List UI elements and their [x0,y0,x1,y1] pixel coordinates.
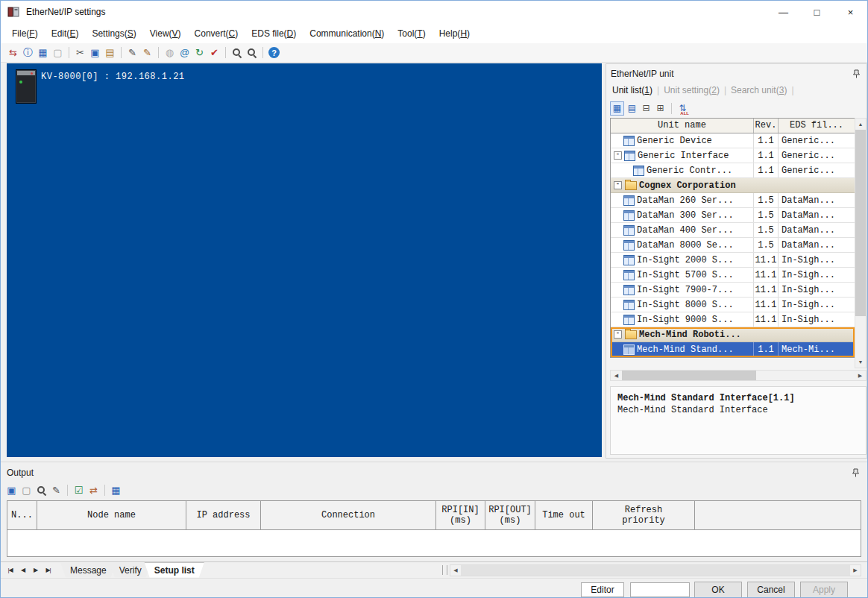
unit-row[interactable]: Generic Device1.1Generic... [611,133,855,148]
scroll-up-icon[interactable]: ▲ [855,119,866,130]
maximize-button[interactable]: □ [800,1,834,23]
help-icon[interactable]: ? [268,47,280,58]
unit-row[interactable]: DataMan 300 Ser...1.5DataMan... [611,208,855,223]
menu-tool[interactable]: Tool(T) [391,25,432,42]
setup-list-body[interactable] [7,530,861,557]
scroll-left-icon[interactable]: ◀ [611,371,622,380]
copy-icon[interactable]: ▣ [88,45,102,60]
next-tab-button[interactable]: ▶ [31,565,40,576]
kv-8000-device[interactable] [16,69,37,104]
tab-unit-setting[interactable]: Unit setting(2) [660,84,723,97]
paste-icon[interactable]: ▤ [103,45,117,60]
unit-row[interactable]: DataMan 400 Ser...1.5DataMan... [611,223,855,238]
scroll-right-icon[interactable]: ▶ [855,371,866,380]
horizontal-scroll-thumb[interactable] [622,371,756,380]
unit-info-icon[interactable]: ⓘ [21,45,35,60]
splitter-handle[interactable] [442,565,447,575]
unit-editor-canvas[interactable]: KV-8000[0] : 192.168.1.21 [7,63,602,457]
verify-icon[interactable]: ✔ [207,45,221,60]
grid-output-icon[interactable]: ▦ [109,483,123,497]
cut-icon[interactable]: ✂ [73,45,87,60]
menu-eds-file[interactable]: EDS file(D) [245,25,303,42]
unit-eds-file: DataMan... [779,238,855,252]
small-icon-view-icon[interactable]: ▤ [626,102,638,115]
prev-tab-button[interactable]: ◀ [18,565,28,576]
unit-setup-icon[interactable]: ▦ [36,45,50,60]
sort-all-icon[interactable]: ⇅ALL [676,102,689,115]
bottom-horizontal-scrollbar[interactable]: ◀ ▶ [450,564,861,576]
apply-button[interactable]: Apply [800,582,848,598]
scroll-left-icon[interactable]: ◀ [450,565,461,576]
unit-group-row[interactable]: -Mech-Mind Roboti... [611,327,855,342]
unit-row[interactable]: In-Sight 5700 S...11.1In-Sigh... [611,268,855,283]
edit-output-icon[interactable]: ✎ [49,483,63,497]
bottom-scroll-thumb[interactable] [461,565,850,576]
output-pin-button[interactable] [850,468,861,479]
device-label: KV-8000[0] : 192.168.1.21 [41,72,185,82]
collapse-icon[interactable]: - [614,151,622,160]
menu-view[interactable]: View(V) [143,25,188,42]
network-icon[interactable]: ◍ [163,45,177,60]
menu-edit[interactable]: Edit(E) [45,25,86,42]
col-unit-name[interactable]: Unit name [611,119,754,133]
tab-verify[interactable]: Verify [110,563,151,578]
unit-list-vertical-scrollbar[interactable]: ▲ ▼ [855,118,867,368]
menu-convert[interactable]: Convert(C) [188,25,245,42]
tab-unit-list[interactable]: Unit list(1) [608,84,656,97]
collapse-icon[interactable]: - [614,330,622,339]
unit-row[interactable]: In-Sight 8000 S...11.1In-Sigh... [611,298,855,312]
tab-search-unit[interactable]: Search unit(3) [727,84,790,97]
menu-file[interactable]: File(F) [5,25,45,42]
search-list-icon[interactable] [245,45,259,60]
cancel-button[interactable]: Cancel [747,582,795,598]
scroll-down-icon[interactable]: ▼ [855,356,866,368]
unit-row[interactable]: In-Sight 2000 S...11.1In-Sigh... [611,253,855,268]
unit-copy-icon[interactable]: ▢ [51,45,65,60]
unit-row[interactable]: In-Sight 7900-7...11.1In-Sigh... [611,283,855,298]
search-icon[interactable] [230,45,244,60]
vertical-scroll-thumb[interactable] [855,130,866,316]
menu-communication[interactable]: Communication(N) [303,25,391,42]
status-field[interactable] [630,582,690,597]
menu-help[interactable]: Help(H) [433,25,477,42]
find-output-icon[interactable] [34,483,48,497]
collapse-icon[interactable]: - [614,181,622,189]
unit-row[interactable]: Mech-Mind Stand...1.1Mech-Mi... [611,342,855,357]
output-panel: Output ▣▢✎☑⇄▦ N...Node nameIP addressCon… [1,462,867,561]
unit-row[interactable]: DataMan 8000 Se...1.5DataMan... [611,238,855,253]
menu-settings[interactable]: Settings(S) [85,25,142,42]
scroll-right-icon[interactable]: ▶ [850,565,861,576]
unit-row[interactable]: In-Sight 9000 S...11.1In-Sigh... [611,312,855,327]
tab-setup-list[interactable]: Setup list [145,563,204,578]
unit-group-row[interactable]: -Cognex Corporation [611,178,855,193]
unit-row[interactable]: Generic Contr...1.1Generic... [611,163,855,178]
unit-icon [623,225,635,236]
collapse-all-icon[interactable]: ⊟ [640,102,652,115]
pin-button[interactable] [851,69,862,80]
format-paint-icon[interactable]: ✎ [140,45,154,60]
col-rev[interactable]: Rev. [754,119,779,133]
col-eds-file[interactable]: EDS fil... [779,119,855,133]
copy-all-output-icon[interactable]: ▢ [19,483,34,497]
unit-row[interactable]: -Generic Interface1.1Generic... [611,148,855,163]
unit-name: Generic Contr... [647,166,732,176]
unit-row[interactable]: DataMan 260 Ser...1.5DataMan... [611,193,855,208]
copy-output-icon[interactable]: ▣ [4,483,19,497]
large-icon-view-icon[interactable]: ▦ [610,101,624,116]
compare-output-icon[interactable]: ⇄ [87,483,101,497]
expand-all-icon[interactable]: ⊞ [654,102,667,115]
edit-node-icon[interactable]: ✎ [125,45,139,60]
switch-editor-icon[interactable]: ⇆ [6,45,20,60]
network-search-icon[interactable]: @ [177,45,192,60]
last-tab-button[interactable]: ▶| [43,565,53,576]
unit-list-horizontal-scrollbar[interactable]: ◀ ▶ [610,370,867,381]
close-button[interactable]: × [834,1,867,23]
tab-message[interactable]: Message [60,563,116,578]
minimize-button[interactable]: — [767,1,800,23]
editor-mode-field[interactable]: Editor [581,582,624,597]
ok-button[interactable]: OK [694,582,742,598]
network-refresh-icon[interactable]: ↻ [192,45,207,60]
verify-output-icon[interactable]: ☑ [72,483,86,497]
unit-description-text: Mech-Mind Standard Interface [617,404,859,416]
first-tab-button[interactable]: |◀ [5,565,15,576]
